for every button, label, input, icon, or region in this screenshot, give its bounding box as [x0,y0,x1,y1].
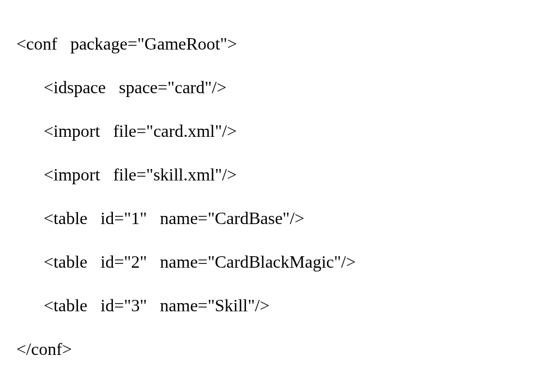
code-line-import-skill: <import file="skill.xml"/> [16,153,524,196]
code-line-idspace: <idspace space="card"/> [16,65,524,109]
code-line-open: <conf package="GameRoot"> [16,22,524,65]
code-line-table-cardbase: <table id="1" name="CardBase"/> [16,196,524,240]
code-line-import-card: <import file="card.xml"/> [16,109,524,153]
code-line-close: </conf> [16,327,524,371]
code-line-table-cardblackmagic: <table id="2" name="CardBlackMagic"/> [16,240,524,284]
code-line-table-skill: <table id="3" name="Skill"/> [16,284,524,327]
